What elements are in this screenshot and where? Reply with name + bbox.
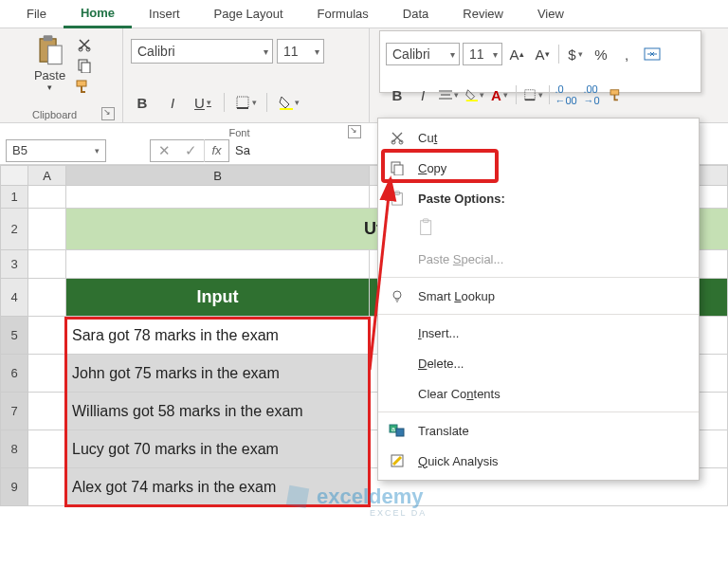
mini-format-painter-icon[interactable]: [606, 83, 628, 106]
clipboard-icon: [388, 191, 407, 206]
mini-comma-button[interactable]: ,: [615, 43, 638, 65]
menu-translate[interactable]: a Translate: [378, 415, 699, 446]
cancel-formula-icon[interactable]: ✕: [151, 139, 177, 162]
copy-icon[interactable]: [75, 57, 94, 74]
row-header-9[interactable]: 9: [0, 468, 28, 506]
mini-percent-button[interactable]: %: [590, 43, 612, 65]
menu-delete[interactable]: Delete...: [378, 348, 699, 378]
menu-label: Quick Analysis: [418, 454, 499, 468]
cell[interactable]: [28, 250, 66, 279]
menu-quick-analysis[interactable]: Quick Analysis: [378, 446, 699, 476]
font-name-select[interactable]: Calibri: [131, 39, 273, 64]
tab-view[interactable]: View: [520, 1, 581, 27]
font-dialog-launcher[interactable]: [348, 125, 361, 138]
decrease-font-icon[interactable]: A▾: [531, 43, 554, 65]
tab-page-layout[interactable]: Page Layout: [197, 1, 300, 27]
row-header-7[interactable]: 7: [0, 393, 28, 430]
tab-file[interactable]: File: [9, 1, 64, 27]
data-cell[interactable]: Sara got 78 marks in the exam: [66, 317, 370, 355]
menu-smart-lookup[interactable]: Smart Lookup: [378, 281, 699, 311]
svg-rect-2: [47, 46, 62, 64]
cell[interactable]: [28, 186, 66, 209]
svg-rect-1: [43, 35, 52, 41]
menu-copy[interactable]: Copy: [378, 153, 699, 183]
format-painter-icon[interactable]: [75, 78, 94, 95]
mini-font-size[interactable]: 11: [463, 43, 502, 65]
fx-icon[interactable]: fx: [204, 139, 228, 162]
data-cell[interactable]: Lucy got 70 marks in the exam: [66, 430, 370, 468]
increase-font-icon[interactable]: A▴: [505, 43, 528, 65]
row-header-5[interactable]: 5: [0, 317, 28, 355]
data-cell[interactable]: Williams got 58 marks in the exam: [66, 393, 370, 430]
paste-button[interactable]: Paste ▾: [29, 32, 71, 94]
data-cell[interactable]: John got 75 marks in the exam: [66, 355, 370, 393]
mini-currency-button[interactable]: $: [564, 43, 587, 65]
menu-clear-contents[interactable]: Clear Contents: [378, 378, 699, 409]
menu-label: Copy: [418, 161, 446, 175]
mini-increase-decimal-icon[interactable]: .0←00: [555, 83, 577, 106]
cell[interactable]: [28, 317, 66, 355]
tab-formulas[interactable]: Formulas: [300, 1, 386, 27]
menu-label: Insert...: [418, 326, 459, 340]
svg-rect-18: [610, 90, 619, 95]
svg-rect-29: [396, 429, 404, 436]
mini-font-name[interactable]: Calibri: [386, 43, 460, 65]
cell[interactable]: [66, 186, 370, 209]
mini-decrease-decimal-icon[interactable]: .00→0: [580, 83, 603, 106]
name-box[interactable]: B5: [6, 139, 106, 162]
lightbulb-icon: [388, 288, 407, 303]
cell[interactable]: [28, 209, 66, 250]
mini-italic-button[interactable]: I: [411, 83, 434, 106]
tab-review[interactable]: Review: [446, 1, 520, 27]
select-all-corner[interactable]: [0, 165, 28, 186]
menu-label: Smart Lookup: [418, 289, 495, 303]
cell[interactable]: [28, 393, 66, 430]
mini-fill-color-button[interactable]: [463, 83, 485, 106]
cell[interactable]: [28, 468, 66, 506]
column-header-a[interactable]: A: [28, 165, 66, 186]
cell[interactable]: [28, 430, 66, 468]
underline-button[interactable]: U: [191, 91, 214, 114]
cell[interactable]: [66, 250, 370, 279]
menu-paste-option-default: [378, 213, 699, 244]
mini-bold-button[interactable]: B: [386, 83, 409, 106]
svg-rect-6: [82, 63, 90, 73]
header-input-cell[interactable]: Input: [66, 279, 370, 317]
tab-insert[interactable]: Insert: [132, 1, 197, 27]
menu-label: Paste Special...: [418, 252, 503, 266]
mini-borders-button[interactable]: [521, 83, 544, 106]
mini-align-button[interactable]: [437, 83, 460, 106]
cell[interactable]: [28, 355, 66, 393]
mini-font-color-button[interactable]: A: [488, 83, 511, 106]
italic-button[interactable]: I: [161, 91, 184, 114]
column-header-b[interactable]: B: [66, 165, 370, 186]
svg-point-27: [393, 291, 401, 299]
font-size-select[interactable]: 11: [277, 39, 324, 64]
row-header-6[interactable]: 6: [0, 355, 28, 393]
cut-icon[interactable]: [75, 36, 94, 53]
enter-formula-icon[interactable]: ✓: [177, 139, 204, 162]
borders-button[interactable]: [234, 91, 257, 114]
bold-button[interactable]: B: [131, 91, 154, 114]
row-header-8[interactable]: 8: [0, 430, 28, 468]
row-header-3[interactable]: 3: [0, 250, 28, 279]
svg-rect-15: [465, 100, 477, 101]
font-group: Calibri 11 B I U Font: [123, 28, 370, 122]
menu-paste-options[interactable]: Paste Options:: [378, 183, 699, 213]
menu-label: Cut: [418, 131, 437, 145]
menu-label: Paste Options:: [418, 192, 505, 206]
fill-color-button[interactable]: [277, 91, 300, 114]
row-header-4[interactable]: 4: [0, 279, 28, 317]
row-header-1[interactable]: 1: [0, 186, 28, 209]
menu-insert[interactable]: Insert...: [378, 318, 699, 348]
tab-data[interactable]: Data: [386, 1, 446, 27]
row-header-2[interactable]: 2: [0, 209, 28, 250]
watermark-sub: EXCEL DA: [370, 508, 427, 518]
paste-icon: [36, 34, 64, 66]
cell[interactable]: [28, 279, 66, 317]
mini-merge-icon[interactable]: [641, 43, 664, 65]
clipboard-dialog-launcher[interactable]: [101, 107, 115, 120]
tab-home[interactable]: Home: [64, 0, 132, 28]
menu-cut[interactable]: Cut: [378, 122, 699, 153]
data-cell[interactable]: Alex got 74 marks in the exam: [66, 468, 370, 506]
